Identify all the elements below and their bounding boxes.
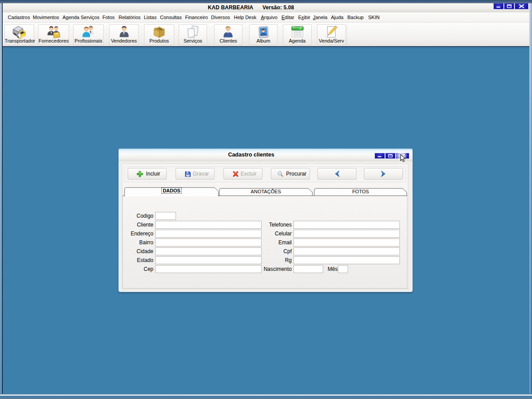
svg-text:ago: ago [299,28,301,30]
